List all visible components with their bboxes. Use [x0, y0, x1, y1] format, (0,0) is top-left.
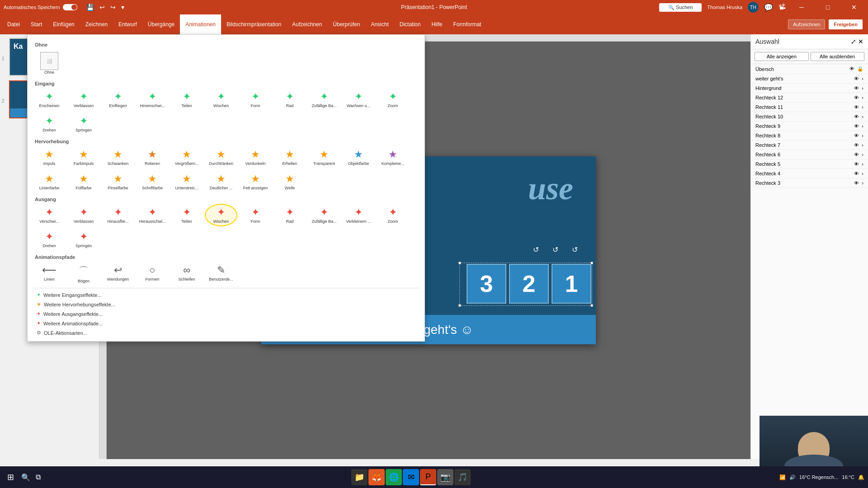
anim-item-rechteck8[interactable]: Rechteck 8 👁› [751, 131, 868, 141]
dd-item-verblassen-e[interactable]: ✦Verblassen [67, 88, 100, 111]
dd-item-rad-a[interactable]: ✦Rad [274, 204, 306, 226]
dd-item-herausschwi[interactable]: ✦Herausschwi... [136, 204, 169, 226]
anim-item-rechteck12[interactable]: Rechteck 12 👁 › [751, 93, 868, 103]
dd-item-kompleme[interactable]: ★Kompleme... [377, 146, 409, 169]
tab-einfuegen[interactable]: Einfügen [47, 14, 80, 34]
volume-icon[interactable]: 🔊 [789, 474, 796, 480]
handle-tr[interactable] [590, 262, 593, 264]
notification-icon[interactable]: 🔔 [858, 474, 864, 480]
dd-item-zoom-e[interactable]: ✦Zoom [377, 88, 409, 111]
dd-item-pinselfarbe[interactable]: ★Pinselfarbe [102, 170, 134, 193]
dd-item-wendungen[interactable]: ↩Wendungen [102, 262, 134, 286]
dd-item-erhellen[interactable]: ★Erhellen [274, 146, 306, 169]
eye-icon4[interactable]: 👁 [854, 95, 859, 100]
dd-item-form-e[interactable]: ✦Form [239, 88, 272, 111]
present-icon[interactable]: 📽 [778, 3, 786, 11]
tab-hilfe[interactable]: Hilfe [426, 14, 448, 34]
hide-all-button[interactable]: Alle ausblenden [811, 52, 865, 61]
more-pfade-link[interactable]: ✦ Weitere Animationspfade... [33, 319, 419, 328]
eye-icon[interactable]: 👁 [849, 66, 854, 72]
dd-item-deutlicher[interactable]: ★Deutlicher ... [205, 170, 237, 193]
windows-start-icon[interactable]: ⊞ [4, 470, 18, 484]
more-eingang-link[interactable]: ✦ Weitere Eingangseffekte... [33, 290, 419, 300]
tab-aufzeichnen[interactable]: Aufzeichnen [287, 14, 327, 34]
dd-item-unterstreic[interactable]: ★Unterstreic... [170, 170, 203, 193]
taskbar-app-6[interactable]: 🎵 [454, 469, 471, 485]
taskbar-app-4[interactable]: ✉ [403, 469, 419, 485]
anim-item-rechteck9[interactable]: Rechteck 9 👁› [751, 122, 868, 131]
dd-item-verkleinern[interactable]: ✦Verkleinern ... [342, 204, 375, 226]
dd-item-schleifen[interactable]: ∞Schleifen [170, 262, 203, 286]
taskbar-app-2[interactable]: 🦊 [368, 469, 385, 485]
chevron-icon3[interactable]: › [862, 95, 863, 100]
dd-item-hineinschwingen[interactable]: ✦Hineinschwi... [136, 88, 169, 111]
dd-item-springen-a[interactable]: ✦Springen [67, 228, 100, 251]
dd-item-zoom-a[interactable]: ✦Zoom [377, 204, 409, 226]
dd-item-fettanzeigen[interactable]: ★Fett anzeigen [239, 170, 272, 193]
more-tools-icon[interactable]: ▾ [119, 3, 126, 12]
aufzeichnen-button[interactable]: Aufzeichnen [788, 19, 826, 29]
tab-start[interactable]: Start [25, 14, 47, 34]
dd-item-verdunkeln[interactable]: ★Verdunkeln [239, 146, 272, 169]
dd-item-fuellfarbe[interactable]: ★Füllfarbe [67, 170, 100, 193]
dd-item-transparent[interactable]: ★Transparent [308, 146, 340, 169]
dd-item-wischen-a-selected[interactable]: ✦Wischen [205, 204, 237, 226]
dd-item-springen-e[interactable]: ✦Springen [67, 113, 100, 135]
taskbar-app-3[interactable]: 🌐 [386, 469, 402, 485]
freigeben-button[interactable]: Freigeben [829, 19, 863, 29]
eye-icon2[interactable]: 👁 [854, 76, 859, 81]
chevron-icon2[interactable]: › [862, 85, 863, 91]
dd-item-drehen-a[interactable]: ✦Drehen [33, 228, 66, 251]
rotate-icon-1[interactable]: ↺ [533, 245, 539, 254]
dd-item-teilen-a[interactable]: ✦Teilen [170, 204, 203, 226]
dd-item-zufaellige-a[interactable]: ✦Zufällige Ba... [308, 204, 340, 226]
anim-item-rechteck5[interactable]: Rechteck 5 👁› [751, 160, 868, 169]
dd-item-linien[interactable]: ⟵Linien [33, 262, 66, 286]
wifi-icon[interactable]: 📶 [779, 474, 786, 480]
dd-item-schriftfarbe[interactable]: ★Schriftfarbe [136, 170, 169, 193]
search-box[interactable]: 🔍 Suchen [659, 3, 702, 12]
dd-item-einfliegen[interactable]: ✦Einfliegen [102, 88, 134, 111]
ole-link[interactable]: ⚙ OLE-Aktionsarten... [33, 328, 419, 338]
tab-bildschirm[interactable]: Bildschirmpräsentation [221, 14, 287, 34]
dd-item-formen[interactable]: ○Formen [136, 262, 169, 286]
ohne-item[interactable]: ⬜ Ohne [33, 49, 66, 77]
dd-item-rad-e[interactable]: ✦Rad [274, 88, 306, 111]
tab-datei[interactable]: Datei [2, 14, 25, 34]
dd-item-form-a[interactable]: ✦Form [239, 204, 272, 226]
anim-item-uebersch[interactable]: Übersch 👁 🔒 [751, 64, 868, 74]
anim-item-rechteck6[interactable]: Rechteck 6 👁› [751, 150, 868, 160]
dd-item-verschwind[interactable]: ✦Verschwi... [33, 204, 66, 226]
anim-item-rechteck4[interactable]: Rechteck 4 👁› [751, 169, 868, 178]
tab-entwurf[interactable]: Entwurf [113, 14, 142, 34]
show-all-button[interactable]: Alle anzeigen [755, 52, 809, 61]
more-hervorhebung-link[interactable]: ★ Weitere Hervorhebungseffekte... [33, 300, 419, 309]
lock-icon[interactable]: 🔒 [857, 66, 863, 72]
dd-item-vergroessern[interactable]: ★Vergrößern... [170, 146, 203, 169]
handle-br[interactable] [590, 304, 593, 307]
dd-item-hinausflie[interactable]: ✦Hinausflie... [102, 204, 134, 226]
taskbar-app-1[interactable]: 📁 [351, 469, 368, 485]
dd-item-wachsen[interactable]: ✦Wachsen u... [342, 88, 375, 111]
dd-item-impuls[interactable]: ★Impuls [33, 146, 66, 169]
expand-icon[interactable]: ⤢ [851, 38, 856, 45]
handle-tl[interactable] [458, 262, 461, 264]
dd-item-schwanken[interactable]: ★Schwanken [102, 146, 134, 169]
taskbar-app-5[interactable]: 📷 [437, 469, 453, 485]
dd-item-rotieren[interactable]: ★Rotieren [136, 146, 169, 169]
tab-uebergaenge[interactable]: Übergänge [142, 14, 180, 34]
dd-item-farbimpuls[interactable]: ★Farbimpuls [67, 146, 100, 169]
taskbar-app-powerpoint[interactable]: P [420, 469, 436, 485]
dd-item-objektfarbe[interactable]: ★Objektfarbe [342, 146, 375, 169]
tab-dictation[interactable]: Dictation [394, 14, 426, 34]
tab-animationen[interactable]: Animationen [180, 14, 221, 34]
dd-item-welle[interactable]: ★Welle [274, 170, 306, 193]
comments-icon[interactable]: 💬 [764, 3, 773, 12]
rotate-icon-3[interactable]: ↺ [572, 245, 578, 254]
search-taskbar-icon[interactable]: 🔍 [19, 471, 32, 483]
dd-item-durchtranken[interactable]: ★Durchtränken [205, 146, 237, 169]
minimize-btn[interactable]: ─ [791, 0, 812, 14]
handle-bl[interactable] [458, 304, 461, 307]
dd-item-wischen-e[interactable]: ✦Wischen [205, 88, 237, 111]
taskview-icon[interactable]: ⧉ [34, 471, 42, 483]
